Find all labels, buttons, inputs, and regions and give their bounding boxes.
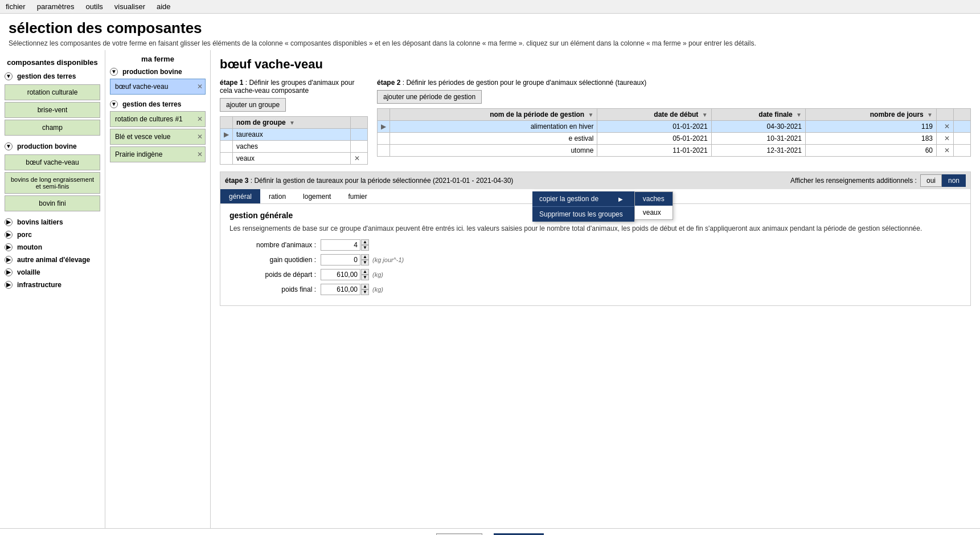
period-col-start: date de début ▼ (597, 109, 711, 121)
field-input-3[interactable] (321, 284, 360, 295)
period-col-extra (954, 109, 971, 121)
period-del-2[interactable]: ✕ (937, 133, 954, 145)
section-description: Les renseignements de base sur ce groupe… (229, 224, 961, 232)
sidebar-section-mouton[interactable]: ▶ mouton (0, 241, 105, 254)
spinner-down-1[interactable]: ▼ (361, 260, 369, 266)
mf-close-prairie[interactable]: ✕ (197, 150, 203, 158)
page-subtitle: Sélectionnez les composantes de votre fe… (9, 39, 971, 47)
sidebar-item-bovins-long[interactable]: bovins de long engraissement et semi-fin… (5, 172, 100, 194)
mf-close-rotation[interactable]: ✕ (197, 115, 203, 123)
period-name-1: alimentation en hiver (390, 121, 597, 133)
period-start-filter[interactable]: ▼ (702, 112, 708, 118)
sidebar-section-autre-animal[interactable]: ▶ autre animal d'élevage (0, 254, 105, 266)
mf-item-ble[interactable]: Blé et vesce velue ✕ (110, 129, 206, 145)
menu-parametres[interactable]: paramètres (37, 2, 75, 11)
period-expand-1[interactable]: ▶ (378, 121, 390, 133)
sidebar-item-champ[interactable]: champ (5, 120, 100, 136)
step2: étape 2 : Définir les périodes de gestio… (377, 79, 971, 165)
field-gain-quotidien: gain quotidien : ▲ ▼ (kg jour^-1) (229, 254, 961, 266)
mf-item-boeuf-vache-veau[interactable]: bœuf vache-veau ✕ (110, 79, 206, 95)
tab-ration[interactable]: ration (260, 189, 294, 203)
row-expand-taureaux[interactable]: ▶ (220, 129, 233, 141)
sidebar-item-bovin-fini[interactable]: bovin fini (5, 195, 100, 211)
submenu-item-vaches[interactable]: vaches (635, 192, 673, 206)
table-row[interactable]: e estival 05-01-2021 10-31-2021 183 ✕ (378, 133, 971, 145)
steps-container: étape 1 : Définir les groupes d'animaux … (220, 79, 971, 165)
sidebar-item-boeuf-vache-veau[interactable]: bœuf vache-veau (5, 154, 100, 170)
group-table: nom de groupe ▼ ▶ taureaux (220, 116, 368, 165)
spinner-down-2[interactable]: ▼ (361, 275, 369, 280)
period-del-1[interactable]: ✕ (937, 121, 954, 133)
section-label-terres: gestion des terres (17, 72, 76, 80)
tab-general[interactable]: général (220, 189, 260, 203)
add-group-button[interactable]: ajouter un groupe (220, 98, 286, 112)
table-row[interactable]: utomne 11-01-2021 12-31-2021 60 ✕ (378, 145, 971, 157)
sidebar-section-infrastructure[interactable]: ▶ infrastructure (0, 279, 105, 291)
sidebar-item-brise-vent[interactable]: brise-vent (5, 102, 100, 118)
period-extra-2 (954, 133, 971, 145)
mf-item-prairie[interactable]: Prairie indigène ✕ (110, 146, 206, 162)
group-filter-icon[interactable]: ▼ (289, 120, 295, 126)
spinner-up-2[interactable]: ▲ (361, 269, 369, 275)
menu-outils[interactable]: outils (85, 2, 102, 11)
toggle-non[interactable]: non (942, 174, 966, 187)
period-extra-1 (954, 121, 971, 133)
mf-close-ble[interactable]: ✕ (197, 133, 203, 141)
toggle-oui[interactable]: oui (920, 174, 942, 187)
sidebar-section-gestion-terres[interactable]: ▼ gestion des terres (0, 70, 105, 83)
menu-fichier[interactable]: fichier (6, 2, 26, 11)
submenu-arrow: ▶ (618, 196, 623, 202)
sidebar-section-volaille[interactable]: ▶ volaille (0, 266, 105, 279)
period-days-filter[interactable]: ▼ (927, 112, 933, 118)
spinner-up-1[interactable]: ▲ (361, 254, 369, 260)
context-delete-label: Supprimer tous les groupes (539, 210, 623, 218)
row-expand-veaux (220, 153, 233, 165)
field-input-1[interactable] (321, 254, 360, 266)
section-label-volaille: volaille (17, 268, 40, 276)
page-title: sélection des composantes (9, 19, 971, 37)
my-farm-title: ma ferme (110, 55, 206, 63)
sidebar-section-production-bovine[interactable]: ▼ production bovine (0, 140, 105, 153)
context-delete[interactable]: Supprimer tous les groupes (532, 207, 634, 222)
field-input-2[interactable] (321, 269, 360, 280)
tab-fumier[interactable]: fumier (339, 189, 375, 203)
mf-section-production-bovine[interactable]: ▼ production bovine (110, 68, 206, 76)
period-days-3: 60 (805, 145, 936, 157)
table-row[interactable]: veaux ✕ (220, 153, 368, 165)
group-name-vaches: vaches (233, 141, 351, 153)
group-name-veaux: veaux (233, 153, 351, 165)
sidebar-item-rotation-culturale[interactable]: rotation culturale (5, 84, 100, 100)
mf-close-boeuf[interactable]: ✕ (197, 83, 203, 91)
field-input-wrap-0: ▲ ▼ (321, 239, 369, 251)
context-copy-label: copier la gestion de (539, 195, 598, 203)
group-action-vaches (351, 141, 368, 153)
sidebar-section-bovins-laitiers[interactable]: ▶ bovins laitiers (0, 216, 105, 228)
menu-visualiser[interactable]: visualiser (114, 2, 145, 11)
table-row[interactable]: ▶ taureaux (220, 129, 368, 141)
period-end-filter[interactable]: ▼ (796, 112, 802, 118)
tab-logement[interactable]: logement (294, 189, 339, 203)
expand-icon-infra: ▶ (5, 281, 13, 289)
spinner-up-3[interactable]: ▲ (361, 284, 369, 289)
sidebar-section-porc[interactable]: ▶ porc (0, 228, 105, 241)
menu-aide[interactable]: aide (157, 2, 171, 11)
mf-item-rotation[interactable]: rotation de cultures #1 ✕ (110, 111, 206, 127)
left-sidebar: composantes disponibles ▼ gestion des te… (0, 50, 105, 528)
spinner-down-0[interactable]: ▼ (361, 245, 369, 251)
context-copy[interactable]: copier la gestion de ▶ vaches veaux (532, 191, 634, 206)
period-table: nom de la période de gestion ▼ date de d… (377, 108, 971, 157)
period-del-3[interactable]: ✕ (937, 145, 954, 157)
mf-expand-terres: ▼ (110, 100, 118, 108)
step1: étape 1 : Définir les groupes d'animaux … (220, 79, 368, 165)
period-name-filter[interactable]: ▼ (588, 112, 594, 118)
spinner-down-3[interactable]: ▼ (361, 289, 369, 295)
table-row[interactable]: ▶ alimentation en hiver 01-01-2021 04-30… (378, 121, 971, 133)
submenu-item-veaux[interactable]: veaux (635, 206, 673, 219)
add-period-button[interactable]: ajouter une période de gestion (377, 90, 482, 104)
spinner-up-0[interactable]: ▲ (361, 239, 369, 245)
group-delete-veaux[interactable]: ✕ (351, 153, 368, 165)
expand-icon-autre: ▶ (5, 256, 13, 264)
table-row[interactable]: vaches (220, 141, 368, 153)
field-input-0[interactable] (321, 239, 360, 251)
mf-section-gestion-terres[interactable]: ▼ gestion des terres (110, 100, 206, 108)
